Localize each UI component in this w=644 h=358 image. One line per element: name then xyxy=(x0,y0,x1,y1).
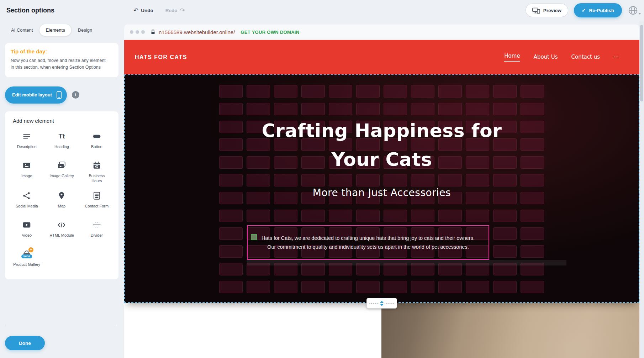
next-section xyxy=(124,303,639,358)
image-icon xyxy=(22,160,31,171)
image-gallery-icon xyxy=(57,160,66,171)
browser-chrome-bar: n1566589.websitebuilder.online/ GET YOUR… xyxy=(124,25,639,40)
done-button[interactable]: Done xyxy=(5,336,45,350)
map-pin-icon xyxy=(57,190,66,201)
canvas-scrollbar xyxy=(639,21,644,358)
button-icon xyxy=(92,131,101,142)
sidebar-tabs: AI Content Elements Design xyxy=(5,24,118,36)
element-heading[interactable]: Tt Heading xyxy=(44,131,79,153)
language-globe-icon[interactable] xyxy=(628,5,638,16)
nav-home[interactable]: Home xyxy=(504,53,520,62)
element-drag-handle[interactable] xyxy=(251,234,257,240)
section-resize-handle[interactable] xyxy=(366,298,397,309)
redo-icon: ↷ xyxy=(180,7,185,14)
shop-badge: SHOP xyxy=(21,254,32,258)
undo-button[interactable]: ↶ Undo xyxy=(133,7,153,14)
ground-photo xyxy=(381,303,639,358)
nav-more-icon[interactable]: ⋯ xyxy=(613,54,619,61)
check-icon: ✓ xyxy=(582,7,586,13)
site-url: n1566589.websitebuilder.online/ xyxy=(159,29,235,35)
add-element-title: Add new element xyxy=(13,118,114,124)
element-social-media[interactable]: Social Media xyxy=(9,190,44,212)
website-preview: HATS FOR CATS Home About Us Contact us ⋯… xyxy=(124,40,639,358)
republish-button[interactable]: ✓ Re-Publish xyxy=(574,3,622,17)
hero-content: Crafting Happiness for Your Cats More th… xyxy=(124,74,639,303)
tab-ai-content[interactable]: AI Content xyxy=(5,24,39,36)
element-button[interactable]: Button xyxy=(79,131,114,153)
page-title: Section options xyxy=(0,7,124,14)
video-icon xyxy=(22,220,31,230)
element-video[interactable]: Video xyxy=(9,220,44,242)
hero-subheading[interactable]: More than Just Accessories xyxy=(124,187,639,199)
phone-icon xyxy=(56,91,62,99)
element-business-hours[interactable]: Business Hours xyxy=(79,160,114,184)
element-image[interactable]: Image xyxy=(9,160,44,184)
info-icon[interactable]: i xyxy=(72,91,79,99)
site-preview-canvas: n1566589.websitebuilder.online/ GET YOUR… xyxy=(124,21,639,358)
sidebar-divider xyxy=(5,325,116,325)
element-product-gallery[interactable]: SHOP Product Gallery xyxy=(9,249,44,271)
nav-contact-us[interactable]: Contact us xyxy=(571,54,600,61)
element-contact-form[interactable]: Contact Form xyxy=(79,190,114,212)
element-map[interactable]: Map xyxy=(44,190,79,212)
hero-heading[interactable]: Crafting Happiness for Your Cats xyxy=(124,74,639,174)
undo-icon: ↶ xyxy=(133,7,138,14)
chevron-down-icon xyxy=(639,13,641,15)
product-gallery-icon: SHOP xyxy=(21,249,32,259)
tip-of-the-day-card: Tip of the day: Now you can add, move an… xyxy=(5,43,118,77)
resize-arrows-icon xyxy=(379,301,385,306)
edit-mobile-label: Edit mobile layout xyxy=(12,92,52,98)
preview-label: Preview xyxy=(543,8,561,13)
tab-design[interactable]: Design xyxy=(72,24,98,36)
divider-icon xyxy=(92,220,101,230)
sidebar: AI Content Elements Design Tip of the da… xyxy=(0,21,124,358)
paragraph-element-selected[interactable]: Hats for Cats, we are dedicated to craft… xyxy=(247,225,489,260)
undo-redo-group: ↶ Undo Redo ↷ xyxy=(133,7,185,14)
preview-button[interactable]: Preview xyxy=(526,4,568,17)
tab-elements[interactable]: Elements xyxy=(39,24,71,36)
add-element-card: Add new element Description Tt Heading B… xyxy=(5,111,118,280)
hero-section-selected[interactable]: Crafting Happiness for Your Cats More th… xyxy=(124,74,639,303)
element-description[interactable]: Description xyxy=(9,131,44,153)
heading-icon: Tt xyxy=(59,131,65,142)
topbar: Section options ↶ Undo Redo ↷ Preview ✓ … xyxy=(0,0,644,21)
social-media-icon xyxy=(22,190,31,201)
site-logo: HATS FOR CATS xyxy=(135,54,187,60)
code-icon xyxy=(57,220,66,230)
lock-icon xyxy=(151,29,155,35)
element-image-gallery[interactable]: Image Gallery xyxy=(44,160,79,184)
nav-about-us[interactable]: About Us xyxy=(534,54,558,61)
scrollbar-thumb[interactable] xyxy=(640,25,643,101)
republish-label: Re-Publish xyxy=(589,8,614,13)
undo-label: Undo xyxy=(141,8,153,13)
upgrade-badge-icon xyxy=(28,247,33,252)
contact-form-icon xyxy=(92,190,101,201)
edit-mobile-row: Edit mobile layout i xyxy=(5,86,118,104)
tip-title: Tip of the day: xyxy=(11,48,113,54)
element-hover-band xyxy=(247,260,566,265)
element-html-module[interactable]: HTML Module xyxy=(44,220,79,242)
devices-icon xyxy=(532,7,540,14)
site-header: HATS FOR CATS Home About Us Contact us ⋯ xyxy=(124,40,639,74)
site-nav: Home About Us Contact us ⋯ xyxy=(504,53,619,62)
tip-body: Now you can add, move and resize any ele… xyxy=(11,57,107,71)
window-dots-icon xyxy=(130,30,145,34)
edit-mobile-layout-button[interactable]: Edit mobile layout xyxy=(5,86,67,104)
redo-label: Redo xyxy=(165,8,178,13)
element-divider[interactable]: Divider xyxy=(79,220,114,242)
get-your-own-domain-link[interactable]: GET YOUR OWN DOMAIN xyxy=(241,30,299,35)
element-grid: Description Tt Heading Button Image xyxy=(9,131,114,271)
redo-button[interactable]: Redo ↷ xyxy=(165,7,185,14)
topbar-actions: Preview ✓ Re-Publish xyxy=(526,3,644,17)
description-icon xyxy=(22,131,31,142)
business-hours-icon xyxy=(92,160,101,171)
